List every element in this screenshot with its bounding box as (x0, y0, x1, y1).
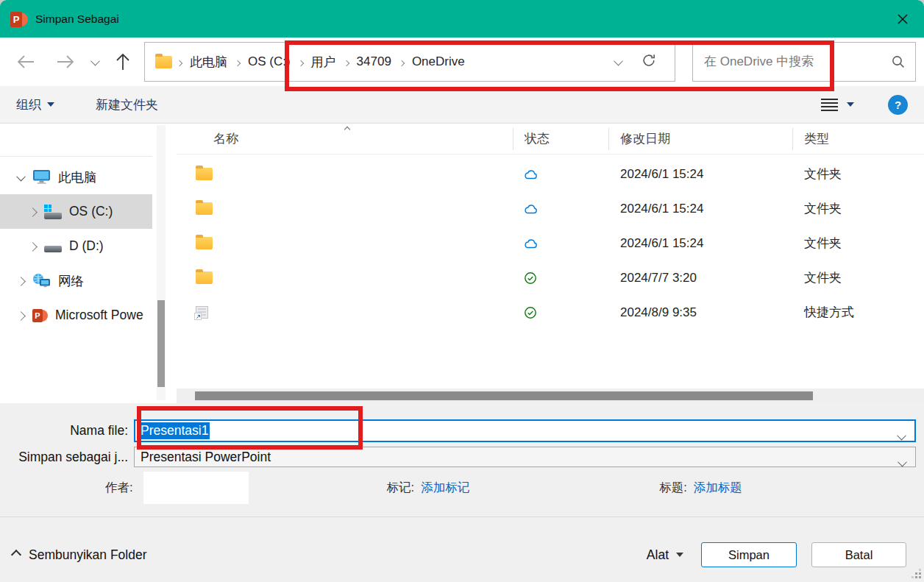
hide-folders-label: Sembunyikan Folder (29, 547, 147, 563)
table-row[interactable]: 2024/8/9 9:35 快捷方式 (177, 295, 924, 330)
expand-collapse-icon[interactable] (18, 169, 24, 185)
expand-collapse-icon[interactable] (18, 273, 24, 288)
cloud-icon (524, 203, 538, 215)
network-icon (32, 273, 51, 288)
back-arrow-icon (16, 54, 35, 70)
sidebar-item-network[interactable]: 网络 (0, 263, 152, 298)
help-button[interactable]: ? (888, 95, 908, 115)
sidebar-scrollbar[interactable] (157, 125, 166, 400)
close-icon (897, 13, 909, 25)
filename-input[interactable]: Presentasi1 (134, 419, 916, 442)
tools-button[interactable]: Alat (647, 547, 683, 563)
expand-collapse-icon[interactable] (29, 204, 36, 219)
view-options-button[interactable] (821, 99, 854, 111)
filetype-dropdown[interactable]: Presentasi PowerPoint (134, 447, 916, 467)
column-header-status[interactable]: 状态 (513, 128, 609, 150)
folder-icon (196, 168, 213, 180)
up-button[interactable] (112, 51, 134, 73)
sidebar-item-os-c[interactable]: OS (C:) (0, 194, 152, 229)
breadcrumb-separator-icon (235, 60, 241, 66)
main-content: 此电脑 OS (C:) D (D:) 网络 (0, 124, 924, 403)
search-box (692, 42, 916, 82)
column-header-type[interactable]: 类型 (793, 128, 924, 150)
close-button[interactable] (881, 0, 924, 38)
tags-label: 标记: (387, 480, 415, 496)
os-c-drive-icon (44, 204, 62, 219)
expand-collapse-icon[interactable] (18, 308, 24, 323)
sidebar-item-microsoft-powerpoint[interactable]: P Microsoft Powe (0, 298, 152, 333)
breadcrumb-separator-icon (177, 60, 182, 66)
save-as-dialog: P Simpan Sebagai 此电脑 OS (C:) 用户 (0, 0, 924, 582)
refresh-button[interactable] (641, 52, 657, 71)
new-folder-button[interactable]: 新建文件夹 (96, 96, 158, 113)
add-tag-link[interactable]: 添加标记 (421, 480, 469, 496)
sidebar-item-this-pc[interactable]: 此电脑 (0, 160, 152, 194)
shortcut-icon (196, 306, 208, 319)
folder-icon (196, 272, 213, 284)
column-header-date-modified[interactable]: 修改日期 (609, 128, 793, 150)
search-input[interactable] (703, 54, 891, 70)
save-form: Nama file: Presentasi1 Simpan sebagai j.… (0, 403, 924, 517)
forward-arrow-icon (56, 54, 75, 70)
breadcrumb-this-pc[interactable]: 此电脑 (190, 54, 227, 71)
filetype-label: Simpan sebagai j... (0, 450, 134, 465)
breadcrumb-onedrive[interactable]: OneDrive (412, 54, 465, 69)
recent-locations-button[interactable] (84, 51, 106, 73)
table-row[interactable]: 2024/6/1 15:24 文件夹 (177, 191, 924, 226)
sidebar-item-label: 此电脑 (58, 168, 97, 186)
scrollbar-thumb[interactable] (157, 300, 165, 387)
save-button[interactable]: Simpan (701, 542, 797, 567)
sidebar-item-label: Microsoft Powe (55, 308, 143, 323)
breadcrumb-users[interactable]: 用户 (311, 54, 336, 71)
filename-dropdown-button[interactable] (898, 430, 905, 443)
folder-icon (155, 56, 172, 68)
folder-icon (196, 237, 213, 249)
shortcut-arrow-icon (194, 313, 202, 320)
organize-label: 组织 (16, 96, 41, 113)
back-button[interactable] (15, 51, 37, 73)
add-title-link[interactable]: 添加标题 (694, 480, 742, 496)
search-icon[interactable] (891, 54, 906, 69)
forward-button[interactable] (54, 51, 77, 73)
breadcrumb-separator-icon (343, 60, 349, 66)
synced-check-icon (524, 272, 537, 285)
table-row[interactable]: 2024/6/1 15:24 文件夹 (177, 226, 924, 260)
up-arrow-icon (114, 52, 132, 71)
navigation-pane: 此电脑 OS (C:) D (D:) 网络 (0, 124, 171, 403)
address-dropdown-button[interactable] (615, 55, 622, 68)
horizontal-scrollbar[interactable] (177, 388, 924, 403)
navigation-bar: 此电脑 OS (C:) 用户 34709 OneDrive (0, 38, 924, 86)
filetype-dropdown-button[interactable] (899, 455, 906, 470)
sidebar-item-label: OS (C:) (69, 204, 113, 219)
expand-collapse-icon[interactable] (29, 238, 36, 254)
window-title: Simpan Sebagai (35, 13, 119, 26)
organize-button[interactable]: 组织 (16, 96, 54, 113)
cancel-button[interactable]: Batal (811, 542, 906, 567)
table-row[interactable]: 2024/6/1 15:24 文件夹 (177, 157, 924, 191)
address-bar[interactable]: 此电脑 OS (C:) 用户 34709 OneDrive (144, 42, 675, 82)
column-header-name[interactable]: 名称 (177, 128, 513, 150)
filetype-value: Presentasi PowerPoint (141, 450, 271, 465)
title-bar: P Simpan Sebagai (0, 0, 924, 38)
this-pc-icon (32, 169, 51, 185)
sidebar-item-d-drive[interactable]: D (D:) (0, 229, 152, 263)
resize-grip[interactable] (911, 568, 921, 578)
hide-folders-button[interactable]: Sembunyikan Folder (13, 547, 147, 563)
author-label: 作者: (105, 480, 133, 496)
author-value-box[interactable] (143, 472, 249, 504)
breadcrumb-os-c[interactable]: OS (C:) (248, 54, 291, 69)
scrollbar-thumb[interactable] (195, 391, 813, 400)
table-row[interactable]: 2024/7/7 3:20 文件夹 (177, 260, 924, 295)
column-headers: 名称 状态 修改日期 类型 (177, 124, 924, 155)
breadcrumb-user-34709[interactable]: 34709 (357, 54, 391, 69)
cloud-icon (524, 168, 538, 180)
footer-actions: Alat Simpan Batal (647, 542, 906, 567)
dropdown-arrow-icon (847, 102, 854, 107)
sidebar-item-label: D (D:) (69, 238, 104, 254)
refresh-icon (641, 52, 657, 68)
cloud-icon (524, 238, 538, 249)
filename-row: Nama file: Presentasi1 (0, 419, 924, 442)
powerpoint-icon: P (32, 308, 48, 323)
footer-bar: Sembunyikan Folder Alat Simpan Batal (0, 517, 924, 582)
chevron-down-icon (90, 56, 100, 65)
